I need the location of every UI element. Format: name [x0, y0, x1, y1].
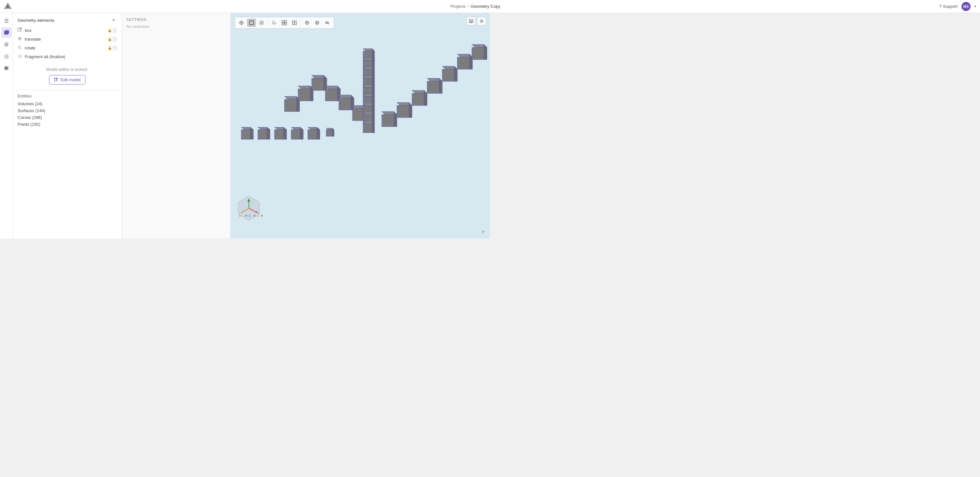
hamburger-menu-button[interactable]: ☰ [1, 16, 12, 26]
svg-rect-51 [298, 89, 310, 101]
svg-rect-0 [4, 31, 8, 35]
add-geometry-button[interactable]: + [110, 17, 117, 24]
target-icon: ◎ [4, 53, 9, 59]
svg-marker-46 [332, 128, 334, 136]
svg-rect-105 [442, 69, 454, 81]
fragment-all-item[interactable]: Fragment all (finalize) [16, 52, 119, 61]
svg-rect-90 [363, 124, 372, 133]
sidebar: Geometry elements + box [13, 13, 122, 238]
translate-label: translate [25, 37, 41, 41]
locked-notice: Model editor is locked. Edit model [13, 61, 121, 88]
divider [13, 90, 121, 90]
svg-marker-61 [351, 95, 354, 110]
svg-text:x: x [239, 214, 241, 217]
fragment-label: Fragment all (finalize) [25, 54, 65, 59]
box-lock: 🔒 ! [108, 28, 117, 33]
svg-rect-39 [291, 130, 300, 139]
edit-model-label: Edit model [60, 77, 80, 82]
viewport-resize-button[interactable] [480, 228, 486, 235]
svg-rect-1 [18, 29, 21, 31]
svg-rect-111 [472, 48, 484, 59]
svg-marker-100 [424, 90, 427, 106]
settings-title: SETTINGS [126, 17, 226, 21]
translate-lock: 🔒 ! [108, 37, 117, 41]
svg-text:●: ● [245, 214, 247, 217]
edit-model-button[interactable]: Edit model [49, 75, 85, 84]
svg-text:y: y [249, 214, 251, 217]
plus-icon: + [112, 17, 115, 23]
svg-rect-33 [258, 130, 267, 139]
sidebar-header: Geometry elements + [13, 13, 121, 26]
geometry-item-translate[interactable]: translate 🔒 ! [16, 35, 119, 43]
svg-marker-103 [439, 78, 442, 94]
hamburger-icon: ☰ [4, 18, 9, 24]
svg-rect-45 [326, 130, 332, 136]
resize-icon [480, 229, 485, 234]
svg-marker-106 [454, 66, 457, 81]
entity-curves[interactable]: Curves (288) [18, 114, 117, 121]
page-title: Geometry Copy [471, 4, 490, 9]
svg-rect-36 [275, 130, 284, 139]
main-layout: ☰ ⊞ ◎ ▣ Geometry elements + [0, 13, 490, 238]
svg-marker-43 [317, 127, 320, 139]
entity-surfaces[interactable]: Surfaces (144) [18, 107, 117, 114]
svg-marker-34 [267, 127, 270, 139]
entities-section: Entities Volumes (24) Surfaces (144) Cur… [13, 91, 121, 130]
rotate-icon [18, 45, 22, 51]
svg-rect-30 [242, 130, 251, 139]
layers-icon: ⊞ [4, 41, 8, 48]
3d-scene: .cube-face-front { fill: #7c7c7c; stroke… [231, 13, 490, 238]
logo-icon[interactable] [4, 3, 12, 10]
geometry-item-box[interactable]: box 🔒 ! [16, 26, 119, 35]
svg-rect-63 [353, 108, 364, 121]
frame-icon: ▣ [4, 65, 9, 71]
rotate-label: rotate [25, 46, 35, 50]
rotate-lock: 🔒 ! [108, 46, 117, 50]
entity-points[interactable]: Points (192) [18, 121, 117, 128]
svg-text:●: ● [261, 214, 263, 217]
svg-marker-31 [250, 127, 253, 139]
svg-marker-40 [300, 127, 303, 139]
svg-rect-102 [427, 81, 439, 93]
projects-link[interactable]: Projects [450, 4, 466, 9]
settings-panel: SETTINGS No selection [122, 13, 231, 238]
geometry-item-rotate[interactable]: rotate 🔒 ! [16, 43, 119, 52]
frame-button[interactable]: ▣ [1, 62, 12, 73]
layers-button[interactable]: ⊞ [1, 39, 12, 49]
topbar-left [4, 3, 12, 10]
svg-rect-96 [397, 106, 409, 118]
geometry-button[interactable] [1, 27, 12, 38]
svg-marker-37 [284, 127, 286, 139]
sidebar-title: Geometry elements [18, 18, 54, 23]
svg-text:●: ● [254, 214, 256, 217]
svg-marker-94 [394, 111, 397, 127]
translate-icon [18, 37, 22, 42]
target-button[interactable]: ◎ [1, 51, 12, 61]
lock-icon: 🔒 [108, 46, 112, 50]
svg-rect-2 [54, 79, 57, 81]
locked-message: Model editor is locked. [18, 67, 117, 72]
icon-bar: ☰ ⊞ ◎ ▣ [0, 13, 13, 238]
svg-marker-55 [324, 75, 326, 91]
svg-marker-97 [409, 102, 412, 118]
edit-model-icon [54, 78, 59, 82]
svg-rect-42 [308, 130, 317, 139]
box-label: box [25, 28, 32, 33]
entity-volumes[interactable]: Volumes (24) [18, 100, 117, 107]
fragment-icon [18, 54, 22, 59]
svg-text:z: z [257, 214, 259, 217]
topbar-center: Projects / Geometry Copy [450, 4, 490, 9]
svg-rect-108 [458, 57, 469, 69]
svg-rect-57 [325, 89, 337, 101]
svg-rect-48 [285, 99, 297, 111]
cube-icon [3, 30, 10, 35]
svg-marker-112 [484, 45, 487, 60]
breadcrumb-separator: / [468, 4, 469, 9]
box-icon [18, 28, 22, 33]
svg-rect-93 [382, 115, 394, 127]
viewport[interactable]: .cube-face-front { fill: #7c7c7c; stroke… [231, 13, 490, 238]
svg-rect-99 [412, 93, 424, 105]
lock-icon: 🔒 [108, 37, 112, 41]
svg-rect-54 [312, 78, 324, 90]
no-selection-text: No selection [126, 24, 226, 29]
